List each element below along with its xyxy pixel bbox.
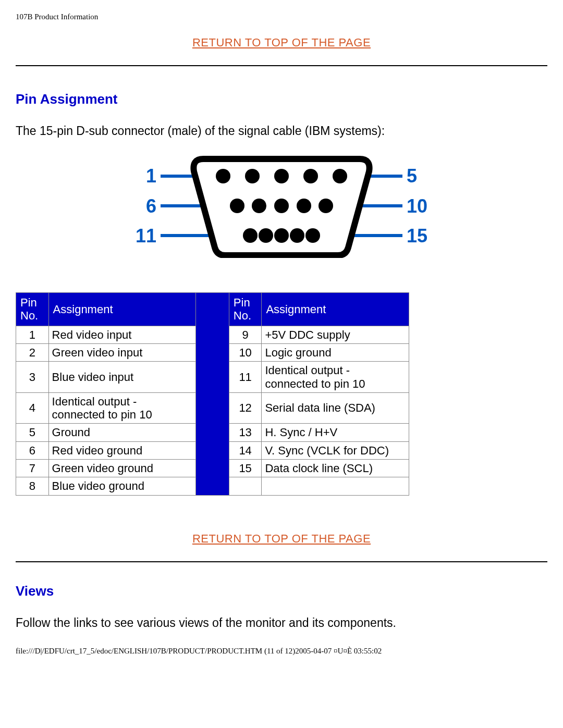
svg-point-11	[230, 199, 244, 213]
svg-point-16	[243, 228, 258, 243]
svg-point-10	[333, 169, 347, 183]
pin-no: 9	[229, 326, 262, 343]
pin-label-1: 1	[146, 165, 156, 187]
pin-no: 8	[16, 477, 49, 495]
svg-point-8	[274, 169, 289, 183]
return-top-link-2[interactable]: RETURN TO TOP OF THE PAGE	[192, 532, 371, 545]
pin-no: 11	[229, 362, 262, 393]
svg-point-13	[274, 199, 289, 213]
divider-1	[16, 65, 547, 66]
pin-no: 2	[16, 343, 49, 361]
pin-assign: Blue video input	[48, 362, 196, 393]
pin-assign: Red video ground	[48, 441, 196, 459]
section-heading-pin-assignment: Pin Assignment	[16, 91, 547, 107]
svg-point-20	[305, 228, 320, 243]
pin-no: 4	[16, 392, 49, 424]
pin-assign: Ground	[48, 424, 196, 441]
pin-assign: +5V DDC supply	[262, 326, 409, 343]
pin-label-5: 5	[407, 165, 417, 187]
th-assignment-right: Assignment	[262, 293, 409, 326]
pin-assign: Green video ground	[48, 460, 196, 477]
pin-assign: H. Sync / H+V	[262, 424, 409, 441]
svg-point-18	[274, 228, 289, 243]
pin-assignment-table: PinNo. Assignment PinNo. Assignment 1 Re…	[16, 292, 409, 496]
svg-point-12	[252, 199, 266, 213]
views-body: Follow the links to see various views of…	[16, 615, 547, 631]
svg-point-17	[259, 228, 273, 243]
section-heading-views: Views	[16, 583, 547, 599]
pin-label-15: 15	[407, 225, 427, 246]
pin-label-11: 11	[136, 225, 156, 246]
footer-file-path: file:///D|/EDFU/crt_17_5/edoc/ENGLISH/10…	[16, 647, 547, 656]
table-spacer	[196, 293, 229, 496]
intro-text: The 15-pin D-sub connector (male) of the…	[16, 123, 547, 139]
pin-assign: Identical output - connected to pin 10	[48, 392, 196, 424]
pin-no: 3	[16, 362, 49, 393]
pin-assign: Serial data line (SDA)	[262, 392, 409, 424]
pin-label-6: 6	[146, 195, 156, 217]
svg-point-6	[216, 169, 230, 183]
svg-point-14	[297, 199, 311, 213]
pin-no: 6	[16, 441, 49, 459]
pin-assign: Red video input	[48, 326, 196, 343]
return-top-link-1[interactable]: RETURN TO TOP OF THE PAGE	[192, 36, 371, 49]
divider-2	[16, 561, 547, 562]
svg-point-19	[290, 228, 304, 243]
pin-no: 7	[16, 460, 49, 477]
pin-assign: Green video input	[48, 343, 196, 361]
dsub-connector-icon: 1 6 11 5 10 15	[136, 154, 427, 258]
pin-no: 1	[16, 326, 49, 343]
pin-no	[229, 477, 262, 495]
pin-no: 13	[229, 424, 262, 441]
pin-no: 12	[229, 392, 262, 424]
connector-diagram: 1 6 11 5 10 15	[16, 154, 547, 261]
svg-point-9	[303, 169, 318, 183]
pin-no: 15	[229, 460, 262, 477]
pin-assign: Data clock line (SCL)	[262, 460, 409, 477]
pin-no: 14	[229, 441, 262, 459]
pin-assign: Logic ground	[262, 343, 409, 361]
return-top-link-1-wrap: RETURN TO TOP OF THE PAGE	[16, 36, 547, 50]
pin-no: 5	[16, 424, 49, 441]
pin-label-10: 10	[407, 195, 427, 217]
svg-point-15	[319, 199, 333, 213]
pin-assign: V. Sync (VCLK for DDC)	[262, 441, 409, 459]
svg-point-7	[245, 169, 260, 183]
th-pin-no-right: PinNo.	[229, 293, 262, 326]
pin-assign: Identical output - connected to pin 10	[262, 362, 409, 393]
document-header: 107B Product Information	[16, 13, 547, 21]
pin-assign: Blue video ground	[48, 477, 196, 495]
th-assignment-left: Assignment	[48, 293, 196, 326]
return-top-link-2-wrap: RETURN TO TOP OF THE PAGE	[16, 532, 547, 546]
th-pin-no-left: PinNo.	[16, 293, 49, 326]
pin-assign	[262, 477, 409, 495]
pin-no: 10	[229, 343, 262, 361]
